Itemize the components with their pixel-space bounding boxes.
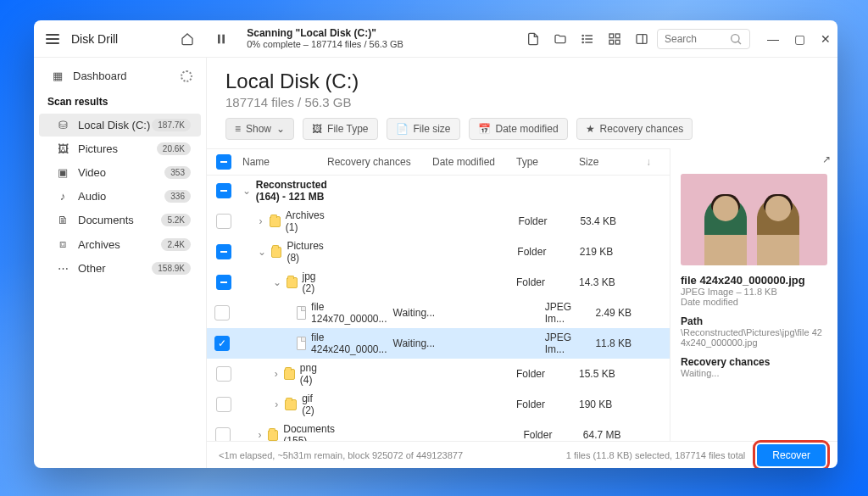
file-name: file 124x70_00000... <box>311 301 389 325</box>
checkbox[interactable] <box>215 427 231 441</box>
folder-row[interactable]: ›png (4) Folder 15.5 KB <box>207 359 670 389</box>
folder-row[interactable]: ⌄jpg (2) Folder 14.3 KB <box>207 267 670 298</box>
col-type[interactable]: Type <box>516 156 576 168</box>
select-all-checkbox[interactable] <box>216 154 231 170</box>
sidebar-item-video[interactable]: ▣Video353 <box>39 161 201 184</box>
col-date[interactable]: Date modified <box>432 156 513 168</box>
file-row[interactable]: file 424x240_0000... Waiting... JPEG Im.… <box>207 328 670 359</box>
cell-type: Folder <box>517 246 576 258</box>
sidebar-badge: 336 <box>164 190 191 203</box>
cell-recovery: Waiting... <box>393 307 475 319</box>
preview-path-value: \Reconstructed\Pictures\jpg\file 424x240… <box>681 327 827 348</box>
sidebar-item-audio[interactable]: ♪Audio336 <box>39 185 201 208</box>
caret-down-icon[interactable]: ⌄ <box>273 276 281 288</box>
cell-size: 15.5 KB <box>579 368 643 380</box>
svg-rect-9 <box>615 34 620 38</box>
caret-right-icon[interactable]: › <box>257 429 263 441</box>
new-file-icon[interactable] <box>521 27 545 51</box>
cell-type: Folder <box>518 215 576 227</box>
sidebar-item-local-disk-c-[interactable]: ⛁Local Disk (C:)187.7K <box>39 114 201 137</box>
preview-rc-value: Waiting... <box>681 368 827 378</box>
sidebar-item-label: Archives <box>78 238 120 251</box>
sidebar-item-other[interactable]: ⋯Other158.9K <box>39 257 201 280</box>
col-name[interactable]: Name <box>237 156 324 168</box>
audio-icon: ♪ <box>56 190 70 203</box>
folder-icon <box>268 430 278 441</box>
cell-type: JPEG Im... <box>545 332 593 355</box>
file-row[interactable]: file 124x70_00000... Waiting... JPEG Im.… <box>207 298 670 328</box>
caret-down-icon[interactable]: ⌄ <box>242 185 251 197</box>
checkbox[interactable] <box>216 183 231 198</box>
open-external-icon[interactable]: ↗ <box>822 153 831 165</box>
caret-down-icon[interactable]: ⌄ <box>258 246 266 258</box>
cell-size: 53.4 KB <box>580 215 643 227</box>
show-filter-button[interactable]: ≡ Show ⌄ <box>225 118 294 140</box>
svg-point-14 <box>732 34 739 42</box>
menu-icon[interactable] <box>46 34 59 44</box>
checkbox[interactable] <box>216 397 231 412</box>
preview-rc-label: Recovery chances <box>681 356 827 368</box>
caret-right-icon[interactable]: › <box>273 398 280 410</box>
cell-type: Folder <box>516 398 576 410</box>
list-view-icon[interactable] <box>576 27 599 51</box>
search-box[interactable] <box>657 29 750 49</box>
datemod-filter-button[interactable]: 📅 Date modified <box>469 118 568 140</box>
folder-row[interactable]: ›Documents (155) Folder 64.7 MB <box>207 420 670 441</box>
caret-right-icon[interactable]: › <box>273 368 279 380</box>
doc-icon: 🗎 <box>56 214 70 226</box>
svg-rect-0 <box>218 34 220 43</box>
svg-line-15 <box>738 41 741 43</box>
folder-icon <box>284 369 294 380</box>
filter-bar: ≡ Show ⌄ 🖼 File Type 📄 File size 📅 Date … <box>207 118 837 148</box>
grid-view-icon[interactable] <box>603 27 626 51</box>
file-icon <box>297 337 306 350</box>
recovery-filter-button[interactable]: ★ Recovery chances <box>576 118 693 140</box>
home-button[interactable] <box>175 27 199 51</box>
checkbox[interactable] <box>216 214 231 229</box>
pause-button[interactable] <box>209 27 233 51</box>
checkbox[interactable] <box>214 336 230 351</box>
filesize-filter-button[interactable]: 📄 File size <box>387 118 460 140</box>
svg-point-6 <box>582 38 583 39</box>
checkbox[interactable] <box>216 275 231 290</box>
sidebar-section-header: Scan results <box>34 87 206 113</box>
col-recovery[interactable]: Recovery chances <box>327 156 429 168</box>
folder-row[interactable]: ⌄Pictures (8) Folder 219 KB <box>207 237 670 267</box>
col-size[interactable]: Size <box>579 156 643 168</box>
sidebar-item-label: Other <box>78 262 106 275</box>
folder-row[interactable]: ›Archives (1) Folder 53.4 KB <box>207 206 670 237</box>
recover-button[interactable]: Recover <box>757 444 826 466</box>
maximize-button[interactable]: ▢ <box>794 32 805 46</box>
svg-rect-12 <box>637 34 647 43</box>
app-name: Disk Drill <box>71 32 118 46</box>
minimize-button[interactable]: — <box>767 32 779 46</box>
search-input[interactable] <box>665 33 724 45</box>
folder-icon[interactable] <box>548 27 572 51</box>
sidebar-item-documents[interactable]: 🗎Documents5.2K <box>39 209 201 231</box>
checkbox[interactable] <box>214 305 230 320</box>
sidebar-item-pictures[interactable]: 🖼Pictures20.6K <box>39 137 201 160</box>
caret-right-icon[interactable]: › <box>258 215 264 227</box>
cell-type: Folder <box>516 368 576 380</box>
checkbox[interactable] <box>216 244 231 259</box>
page-title: Local Disk (C:) <box>225 70 819 93</box>
folder-row[interactable]: ›gif (2) Folder 190 KB <box>207 389 670 420</box>
video-icon: ▣ <box>56 166 70 179</box>
panel-toggle-icon[interactable] <box>630 27 654 51</box>
svg-rect-10 <box>609 40 614 44</box>
preview-meta: JPEG Image – 11.8 KB <box>681 287 827 297</box>
dashboard-link[interactable]: ▦Dashboard <box>34 64 206 87</box>
file-name: Pictures (8) <box>287 240 326 264</box>
group-row[interactable]: ⌄Reconstructed (164) - 121 MB <box>207 176 670 206</box>
file-name: gif (2) <box>302 393 324 416</box>
sidebar-badge: 2.4K <box>161 238 191 251</box>
close-button[interactable]: ✕ <box>821 32 831 46</box>
sort-arrow-icon[interactable]: ↓ <box>646 156 663 168</box>
checkbox[interactable] <box>216 366 231 382</box>
file-name: file 424x240_0000... <box>311 332 389 355</box>
sidebar-item-archives[interactable]: ⧈Archives2.4K <box>39 232 201 256</box>
filetype-filter-button[interactable]: 🖼 File Type <box>303 118 377 140</box>
image-icon: 🖼 <box>56 142 70 155</box>
cell-type: Folder <box>516 276 576 288</box>
cell-type: Folder <box>523 429 579 441</box>
